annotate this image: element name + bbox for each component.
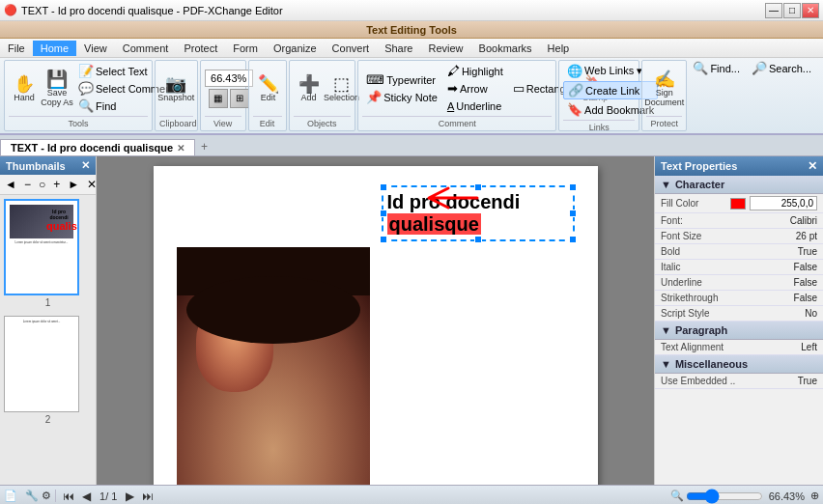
thumb-prev-btn[interactable]: ◄ bbox=[2, 177, 19, 192]
snapshot-button[interactable]: 📷 Snapshot bbox=[159, 73, 193, 104]
font-size-value: 26 pt bbox=[741, 231, 817, 241]
thumbnail-page-1[interactable]: Id pro docendi qualisque Lorem ipsum dol… bbox=[4, 199, 92, 308]
edit-buttons: ✏️ Edit bbox=[253, 63, 282, 114]
tet-label: Text Editing Tools bbox=[366, 24, 457, 36]
menu-file[interactable]: File bbox=[0, 41, 33, 56]
close-button[interactable]: ✕ bbox=[802, 3, 819, 18]
menu-convert[interactable]: Convert bbox=[325, 41, 378, 56]
menu-organize[interactable]: Organize bbox=[266, 41, 325, 56]
highlight-button[interactable]: 🖍 Highlight bbox=[443, 63, 507, 79]
sign-icon: ✍ bbox=[654, 70, 675, 88]
props-section-paragraph[interactable]: ▼ Paragraph bbox=[655, 322, 823, 340]
save-copy-as-button[interactable]: 💾 SaveCopy As bbox=[42, 69, 72, 109]
ribbon-group-objects: ➕ Add ⬚ Selection Objects bbox=[289, 60, 356, 131]
props-row-underline: Underline False bbox=[655, 275, 823, 291]
fill-color-swatch[interactable] bbox=[730, 198, 746, 210]
menu-share[interactable]: Share bbox=[377, 41, 420, 56]
sign-document-button[interactable]: ✍ SignDocument bbox=[646, 69, 682, 109]
zoom-input[interactable]: 66.43% bbox=[205, 70, 253, 87]
sel-handle-mr[interactable] bbox=[569, 210, 577, 217]
document-view[interactable]: Id pro docendi qualisque Te libris signi… bbox=[97, 156, 654, 485]
hand-tool-button[interactable]: ✋ Hand bbox=[9, 73, 40, 104]
thumb-minus-btn[interactable]: − bbox=[21, 177, 34, 192]
clipboard-buttons: 📷 Snapshot bbox=[159, 63, 193, 114]
maximize-button[interactable]: □ bbox=[783, 3, 801, 18]
arrow-icon: ➡ bbox=[447, 81, 458, 96]
edit-button[interactable]: ✏️ Edit bbox=[253, 73, 284, 104]
thumbnail-img-1: Id pro docendi qualisque Lorem ipsum dol… bbox=[4, 199, 79, 295]
title-bar-text: TEXT - Id pro docendi qualisque - PDF-XC… bbox=[21, 5, 283, 16]
thumbnail-num-2: 2 bbox=[4, 414, 92, 425]
ribbon-group-tools: ✋ Hand 💾 SaveCopy As 📝 Select Text 💬 Sel… bbox=[4, 60, 153, 131]
thumbnail-close-icon[interactable]: ✕ bbox=[81, 159, 90, 172]
zoom-slider[interactable] bbox=[686, 492, 763, 500]
sel-handle-bm[interactable] bbox=[474, 236, 482, 243]
thumbnail-title: Thumbnails bbox=[6, 160, 66, 172]
sel-handle-bl[interactable] bbox=[380, 236, 387, 243]
thumb-plus-btn[interactable]: + bbox=[50, 177, 63, 192]
doc-tab-0[interactable]: TEXT - Id pro docendi qualisque ✕ bbox=[0, 139, 195, 155]
menu-review[interactable]: Review bbox=[420, 41, 470, 56]
zoom-in-icon[interactable]: ⊕ bbox=[810, 490, 819, 502]
search-button[interactable]: 🔎 Search... bbox=[748, 60, 815, 76]
sel-handle-ml[interactable] bbox=[380, 210, 387, 217]
ribbon-content: ✋ Hand 💾 SaveCopy As 📝 Select Text 💬 Sel… bbox=[0, 58, 823, 133]
nav-next-button[interactable]: ▶ bbox=[123, 490, 137, 503]
thumb-next-btn[interactable]: ► bbox=[65, 177, 82, 192]
sel-handle-tr[interactable] bbox=[569, 183, 577, 191]
underline-value: False bbox=[741, 277, 817, 288]
add-button[interactable]: ➕ Add bbox=[294, 73, 325, 104]
doc-image bbox=[177, 247, 370, 485]
section-paragraph-label: Paragraph bbox=[675, 324, 727, 336]
underline-icon: A bbox=[447, 98, 454, 113]
thumbnail-toolbar: ◄ − ○ + ► ✕ bbox=[0, 175, 96, 195]
view-buttons: 66.43% ▦ ⊞ bbox=[205, 63, 241, 114]
menu-comment[interactable]: Comment bbox=[115, 41, 177, 56]
sticky-note-button[interactable]: 📌 Sticky Note bbox=[362, 89, 441, 105]
menu-bar: File Home View Comment Protect Form Orga… bbox=[0, 39, 823, 58]
selection-button[interactable]: ⬚ Selection bbox=[326, 73, 357, 104]
zoom-out-icon[interactable]: 🔍 bbox=[670, 490, 684, 502]
typewriter-button[interactable]: ⌨ Typewriter bbox=[362, 71, 441, 88]
menu-protect[interactable]: Protect bbox=[176, 41, 225, 56]
props-section-misc[interactable]: ▼ Miscellaneous bbox=[655, 355, 823, 374]
find-search-button[interactable]: 🔍 Find... bbox=[689, 60, 744, 76]
underline-button[interactable]: A Underline bbox=[443, 98, 507, 114]
nav-last-button[interactable]: ⏭ bbox=[139, 490, 156, 503]
thumb-fit-btn[interactable]: ○ bbox=[36, 177, 48, 192]
ribbon-group-protect: ✍ SignDocument Protect bbox=[641, 60, 687, 131]
title-bar-buttons[interactable]: — □ ✕ bbox=[765, 3, 819, 18]
menu-view[interactable]: View bbox=[76, 41, 115, 56]
main-area: Thumbnails ✕ ◄ − ○ + ► ✕ Id pro docendi … bbox=[0, 156, 823, 485]
fill-color-input[interactable] bbox=[750, 196, 817, 210]
props-close-button[interactable]: ✕ bbox=[808, 159, 817, 173]
menu-form[interactable]: Form bbox=[225, 41, 266, 56]
sel-handle-tl[interactable] bbox=[380, 183, 387, 191]
menu-bookmarks[interactable]: Bookmarks bbox=[471, 41, 540, 56]
view-single-btn[interactable]: ▦ bbox=[209, 89, 228, 108]
fill-color-label: Fill Color bbox=[661, 198, 726, 209]
props-section-character[interactable]: ▼ Character bbox=[655, 176, 823, 194]
doc-tab-label: TEXT - Id pro docendi qualisque bbox=[11, 142, 173, 154]
strikethrough-value: False bbox=[741, 293, 817, 303]
new-tab-button[interactable]: + bbox=[195, 138, 213, 155]
nav-first-button[interactable]: ⏮ bbox=[60, 490, 77, 503]
view-label: View bbox=[205, 116, 241, 128]
props-title: Text Properties bbox=[661, 160, 737, 172]
view-multi-btn[interactable]: ⊞ bbox=[230, 89, 249, 108]
first-section: Te libris signiferumque cum. Ad atqui ut… bbox=[177, 247, 575, 485]
arrow-button[interactable]: ➡ Arrow bbox=[443, 80, 507, 97]
menu-help[interactable]: Help bbox=[540, 41, 578, 56]
title-bar: 🔴 TEXT - Id pro docendi qualisque - PDF-… bbox=[0, 0, 823, 21]
thumbnail-page-2[interactable]: Lorem ipsum dolor sit amet... 2 bbox=[4, 316, 92, 425]
red-arrow-svg bbox=[424, 183, 482, 212]
zoom-value: 66.43% bbox=[765, 490, 809, 502]
document-tabs: TEXT - Id pro docendi qualisque ✕ + bbox=[0, 135, 823, 156]
font-value: Calibri bbox=[741, 215, 817, 226]
doc-tab-close-button[interactable]: ✕ bbox=[177, 143, 184, 154]
sel-handle-br[interactable] bbox=[569, 236, 577, 243]
menu-home[interactable]: Home bbox=[33, 41, 76, 56]
nav-prev-button[interactable]: ◀ bbox=[79, 490, 94, 503]
minimize-button[interactable]: — bbox=[765, 3, 782, 18]
text-properties-panel: Text Properties ✕ ▼ Character Fill Color… bbox=[654, 156, 823, 485]
